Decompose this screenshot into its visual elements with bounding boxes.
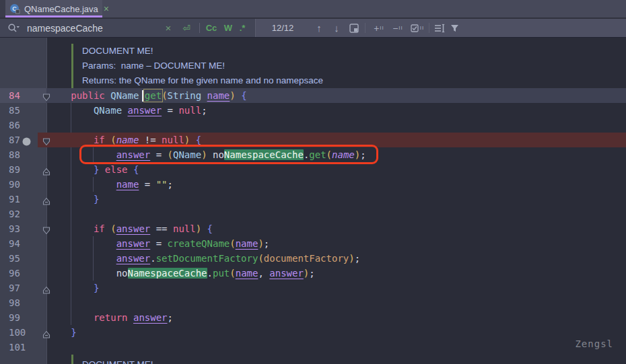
search-field[interactable]: × ⏎ Cc W .* (0, 19, 256, 37)
token: QName (173, 149, 201, 160)
rendered-doc-line[interactable]: Params: name – DOCUMENT ME! (0, 59, 626, 73)
token: ( (110, 135, 116, 145)
token: documentFactory (264, 253, 349, 264)
remove-occurrence-icon[interactable]: −II (389, 19, 407, 37)
regex-toggle[interactable]: .* (236, 19, 249, 37)
line-number[interactable]: 98 (9, 295, 20, 310)
tab-qnamecache[interactable]: C QNameCache.java × (5, 0, 102, 17)
rendered-doc-line[interactable]: DOCUMENT ME! (0, 44, 626, 59)
token: no (116, 268, 128, 279)
token: answer (133, 312, 168, 323)
line-number[interactable]: 86 (9, 118, 20, 133)
token: name (116, 135, 139, 145)
search-input[interactable] (26, 19, 160, 37)
token: . (207, 268, 213, 279)
code-line-86[interactable]: 86 (0, 118, 626, 133)
code-line-92[interactable]: 92 (0, 207, 626, 221)
token: get (309, 149, 326, 160)
newline-icon[interactable]: ⏎ (179, 19, 194, 37)
code-line-99[interactable]: 99 return answer; (0, 310, 626, 325)
line-number[interactable]: 101 (9, 340, 26, 355)
divider (365, 23, 366, 33)
code-line-101[interactable]: 101 (0, 340, 626, 355)
code-text[interactable]: answer = createQName(name); (48, 236, 270, 251)
next-occurrence-icon[interactable]: ↓ (330, 19, 343, 37)
code-line-95[interactable]: 95 answer.setDocumentFactory(documentFac… (0, 251, 626, 266)
line-number[interactable]: 92 (9, 207, 20, 221)
line-number[interactable]: 96 (9, 266, 20, 281)
filter-icon[interactable] (447, 19, 462, 37)
token (236, 90, 241, 101)
token (48, 90, 71, 101)
token: name (236, 238, 258, 249)
code-line-90[interactable]: 90 name = ""; (0, 177, 626, 192)
code-editor[interactable]: DOCUMENT ME!Params: name – DOCUMENT ME!R… (0, 38, 626, 364)
search-icon[interactable] (5, 19, 22, 37)
line-number[interactable]: 89 (9, 162, 20, 177)
code-text[interactable]: answer.setDocumentFactory(documentFactor… (48, 251, 361, 266)
previous-occurrence-icon[interactable]: ↑ (312, 19, 326, 37)
line-number[interactable]: 94 (9, 236, 20, 251)
line-number[interactable]: 90 (9, 177, 20, 192)
line-number[interactable]: 88 (9, 147, 20, 162)
open-in-find-window-icon[interactable] (347, 19, 361, 37)
code-line-85[interactable]: 85 QName answer = null; (0, 103, 626, 118)
match-count: 12/12 (269, 19, 296, 37)
token: { (207, 223, 213, 234)
rendered-doc-line[interactable]: DOCUMENT ME! (0, 357, 626, 364)
line-number[interactable]: 93 (9, 221, 20, 236)
token: { (241, 90, 246, 101)
line-number[interactable]: 91 (9, 192, 20, 207)
tab-close-icon[interactable]: × (104, 4, 109, 13)
doc-text: Returns: the QName for the given name an… (82, 73, 323, 88)
code-text[interactable]: public QName get(String name) { (48, 88, 247, 103)
code-line-98[interactable]: 98 (0, 295, 626, 310)
code-line-87[interactable]: 87 if (name != null) { (0, 133, 626, 147)
clear-search-icon[interactable]: × (162, 19, 175, 37)
code-text[interactable]: QName answer = null; (48, 103, 207, 118)
code-text[interactable]: } (48, 325, 77, 340)
code-text[interactable]: noNamespaceCache.put(name, answer); (48, 266, 315, 281)
code-line-89[interactable]: 89 } else { (0, 162, 626, 177)
line-number[interactable]: 95 (9, 251, 20, 266)
code-text[interactable]: return answer; (48, 310, 173, 325)
code-line-96[interactable]: 96 noNamespaceCache.put(name, answer); (0, 266, 626, 281)
select-all-occurrences-icon[interactable]: II (408, 19, 427, 37)
rendered-doc-line[interactable]: Returns: the QName for the given name an… (0, 73, 626, 88)
code-line-91[interactable]: 91 } (0, 192, 626, 207)
token (201, 90, 207, 101)
code-text[interactable]: if (name != null) { (48, 133, 202, 147)
code-text[interactable]: } else { (48, 162, 139, 177)
words-toggle[interactable]: W (222, 19, 234, 37)
line-number[interactable]: 99 (9, 310, 20, 325)
code-line-93[interactable]: 93 if (answer == null) { (0, 221, 626, 236)
token: no (207, 149, 224, 160)
code-line-84[interactable]: 84 public QName get(String name) { (0, 88, 626, 103)
code-text[interactable]: name = ""; (48, 177, 173, 192)
token (48, 253, 116, 264)
line-number[interactable]: 100 (9, 325, 26, 340)
code-line-97[interactable]: 97 } (0, 281, 626, 295)
token (105, 135, 110, 145)
token: answer (116, 223, 151, 234)
token: { (133, 164, 139, 175)
line-number[interactable]: 84 (9, 88, 20, 103)
code-text[interactable]: } (48, 281, 100, 295)
code-line-94[interactable]: 94 answer = createQName(name); (0, 236, 626, 251)
code-text[interactable]: if (answer == null) { (48, 221, 213, 236)
line-number[interactable]: 97 (9, 281, 20, 295)
code-text[interactable]: } (48, 192, 100, 207)
add-occurrence-icon[interactable]: +II (370, 19, 388, 37)
find-toolbar: × ⏎ Cc W .* 12/12 ↑ ↓ +II −II II (0, 19, 626, 38)
line-number[interactable]: 85 (9, 103, 20, 118)
token: . (150, 253, 155, 264)
active-tab-underline (5, 15, 102, 17)
code-line-88[interactable]: 88 answer = (QName) noNamespaceCache.get… (0, 147, 626, 162)
code-line-100[interactable]: 100 } (0, 325, 626, 340)
match-case-toggle[interactable]: Cc (203, 19, 219, 37)
token: null (178, 105, 201, 116)
token: ; (168, 312, 173, 323)
search-options-lines-icon[interactable] (432, 19, 447, 37)
code-text[interactable]: answer = (QName) noNamespaceCache.get(na… (48, 147, 366, 162)
line-number[interactable]: 87 (9, 133, 20, 147)
